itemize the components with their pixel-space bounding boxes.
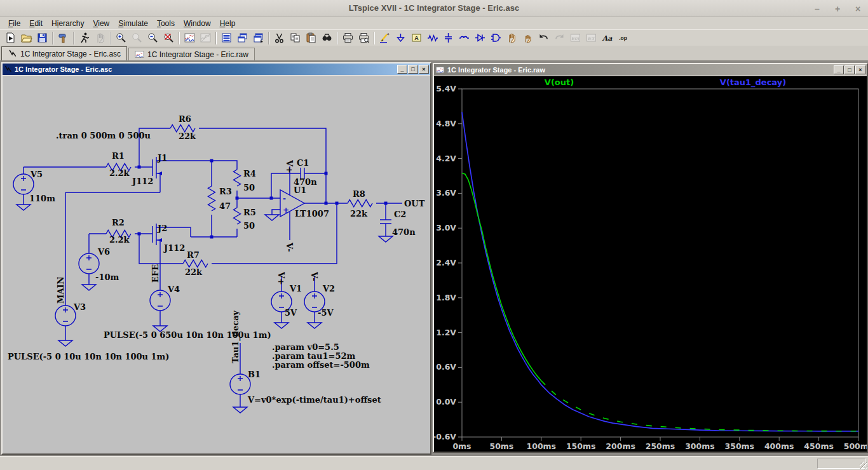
waveform-window-titlebar[interactable]: 1C Integrator Stage - Eric.raw _ □ × [434, 64, 867, 76]
find-button[interactable] [320, 31, 334, 45]
y-tick-label: 1.2V [436, 328, 456, 337]
zoom-in-icon [115, 32, 127, 44]
menu-view[interactable]: View [88, 18, 114, 29]
status-bar [0, 456, 868, 470]
toolbar-separator [52, 32, 53, 44]
close-button[interactable]: × [853, 1, 863, 17]
child-maximize-button[interactable]: □ [408, 65, 418, 74]
cut-button[interactable] [272, 31, 287, 45]
menu-edit[interactable]: Edit [25, 18, 47, 29]
maximize-button[interactable]: + [832, 1, 843, 17]
open-icon [20, 32, 32, 44]
mdi-area: 1C Integrator Stage - Eric.asc _ □ × [0, 60, 868, 456]
inductor-button[interactable] [457, 31, 471, 45]
svg-text:V5: V5 [30, 170, 43, 179]
trace-v-out[interactable] [462, 173, 541, 380]
schematic-window-titlebar[interactable]: 1C Integrator Stage - Eric.asc _ □ × [3, 64, 430, 75]
run-button[interactable] [77, 31, 92, 45]
child-minimize-button[interactable]: _ [834, 65, 844, 74]
new-schematic-button[interactable] [3, 31, 18, 45]
x-tick-label: 0ms [452, 441, 471, 451]
menu-simulate[interactable]: Simulate [114, 18, 153, 29]
wire-button[interactable] [377, 31, 392, 45]
drag-button[interactable] [520, 31, 535, 45]
x-tick-label: 500ms [844, 441, 867, 451]
redo-button[interactable] [552, 31, 567, 45]
svg-text:V1: V1 [289, 284, 302, 293]
zoom-back-button[interactable] [130, 31, 144, 45]
y-tick-label: 1.8V [436, 293, 456, 302]
open-button[interactable] [19, 31, 34, 45]
waveform-plot[interactable]: 5.4V4.8V4.2V3.6V3.0V2.4V1.8V1.2V0.6V0.0V… [434, 76, 867, 452]
menu-file[interactable]: File [4, 18, 25, 29]
x-tick-label: 50ms [490, 441, 514, 451]
waveform-window: 1C Integrator Stage - Eric.raw _ □ × 5.4… [433, 63, 868, 453]
zoom-out-icon [147, 32, 159, 44]
capacitor-button[interactable] [441, 31, 456, 45]
menu-hierarchy[interactable]: Hierarchy [47, 18, 88, 29]
svg-text:R7: R7 [187, 250, 200, 260]
net-label-button[interactable]: A [409, 31, 424, 45]
legend-v-tau1-decay[interactable]: V(tau1_decay) [720, 77, 786, 88]
svg-text:A: A [414, 35, 419, 41]
trace-v-out-dashed[interactable] [541, 380, 858, 431]
net-label-tau1-decay: Tau1_decay [231, 310, 241, 363]
x-tick-label: 400ms [764, 441, 794, 451]
net-label-icon: A [410, 32, 423, 44]
text-button[interactable]: Aa [600, 31, 614, 45]
cascade-windows-button[interactable] [235, 31, 250, 45]
print-button[interactable] [341, 31, 355, 45]
save-button[interactable] [35, 31, 50, 45]
waveform-icon [435, 66, 445, 74]
svg-text:V6: V6 [97, 247, 110, 257]
waveform-plot-area[interactable]: 5.4V4.8V4.2V3.6V3.0V2.4V1.8V1.2V0.6V0.0V… [434, 76, 867, 452]
legend-v-out[interactable]: V(out) [545, 77, 574, 87]
y-tick-label: 3.0V [436, 223, 456, 232]
tab-waveform[interactable]: 1C Integrator Stage - Eric.raw [128, 48, 255, 60]
menu-tools[interactable]: Tools [153, 18, 179, 29]
app-titlebar[interactable]: LTspice XVII - 1C Integrator Stage - Eri… [0, 0, 868, 17]
wire-icon [379, 32, 391, 44]
zoom-extents-button[interactable] [161, 31, 176, 45]
resistor-button[interactable] [425, 31, 440, 45]
move-button[interactable] [505, 31, 519, 45]
y-tick-label: -0.6V [434, 432, 456, 441]
trace-v-tau1-decay[interactable] [462, 112, 858, 431]
svg-text:E3: E3 [588, 36, 595, 41]
paste-netlist-button[interactable]: Em [568, 31, 583, 45]
new-schematic-icon [4, 32, 17, 44]
halt-button[interactable] [93, 31, 107, 45]
menu-window[interactable]: Window [179, 18, 215, 29]
schematic-canvas[interactable]: .tran 0 500m 0 500u V5110m R12.2k J1J112… [3, 75, 430, 453]
child-close-button[interactable]: × [855, 65, 865, 74]
overlap-windows-button[interactable] [251, 31, 266, 45]
resize-grip[interactable] [860, 462, 867, 469]
resistor-r8 [348, 200, 372, 207]
tab-schematic[interactable]: 1C Integrator Stage - Eric.asc [1, 46, 127, 60]
copy-button[interactable] [288, 31, 302, 45]
schematic-drawing[interactable]: .tran 0 500m 0 500u V5110m R12.2k J1J112… [3, 76, 430, 453]
plot-settings-button[interactable] [198, 31, 213, 45]
tile-windows-button[interactable] [219, 31, 234, 45]
zoom-out-button[interactable] [146, 31, 160, 45]
diode-button[interactable] [473, 31, 487, 45]
ground-button[interactable] [393, 31, 408, 45]
toolbar-separator [73, 32, 74, 44]
child-close-button[interactable]: × [419, 65, 429, 74]
minimize-button[interactable]: – [812, 1, 822, 17]
component-button[interactable] [489, 31, 503, 45]
zoom-in-button[interactable] [114, 31, 128, 45]
undo-button[interactable] [536, 31, 551, 45]
edit-netlist-button[interactable]: E3 [584, 31, 599, 45]
cut-icon [273, 32, 285, 44]
child-maximize-button[interactable]: □ [844, 65, 855, 74]
control-panel-button[interactable] [56, 31, 71, 45]
menu-help[interactable]: Help [215, 18, 240, 29]
print-preview-button[interactable] [356, 31, 371, 45]
resistor-r6 [170, 125, 195, 132]
paste-button[interactable] [304, 31, 318, 45]
spice-directive-button[interactable]: .op [616, 31, 630, 45]
child-minimize-button[interactable]: _ [397, 65, 407, 74]
toolbar-separator [110, 32, 111, 44]
autorange-button[interactable] [182, 31, 197, 45]
